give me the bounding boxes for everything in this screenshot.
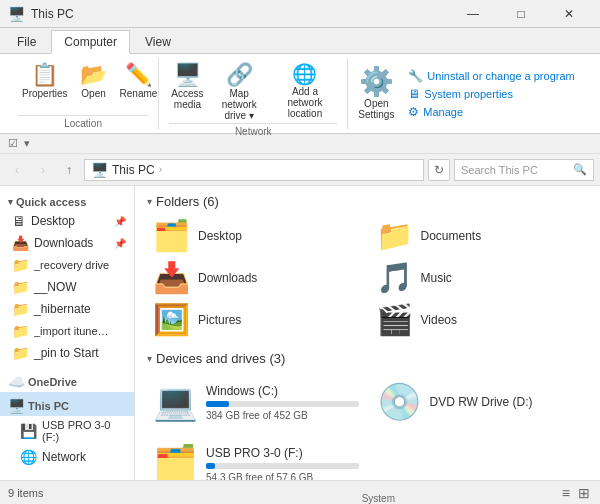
status-bar: 9 items ≡ ⊞	[0, 480, 600, 504]
pin-icon-downloads: 📌	[114, 238, 126, 249]
sidebar-item-usb-pro[interactable]: 💾 USB PRO 3-0 (F:)	[0, 416, 134, 446]
drive-item-windows-c[interactable]: 💻 Windows (C:) 384 GB free of 452 GB	[147, 374, 365, 430]
folder-videos-name: Videos	[421, 313, 457, 327]
folder-item-pictures[interactable]: 🖼️ Pictures	[147, 301, 366, 339]
import-itunes-icon: 📁	[12, 323, 29, 339]
up-button[interactable]: ↑	[58, 159, 80, 181]
qa-checkbox[interactable]: ☑	[8, 137, 18, 150]
drive-item-usb-f[interactable]: 🗂️ USB PRO 3-0 (F:) 54.3 GB free of 57.6…	[147, 436, 365, 480]
sidebar-item-hibernate[interactable]: 📁 _hibernate	[0, 298, 134, 320]
map-network-label: Map networkdrive ▾	[214, 88, 265, 121]
tab-view[interactable]: View	[132, 30, 184, 53]
window-controls: — □ ✕	[450, 0, 592, 28]
ribbon-map-network-button[interactable]: 🔗 Map networkdrive ▾	[210, 62, 269, 123]
ribbon: 📋 Properties 📂 Open ✏️ Rename Location 🖥…	[0, 54, 600, 134]
ribbon-add-network-button[interactable]: 🌐 Add a networklocation	[273, 62, 338, 121]
folder-pictures-icon: 🖼️	[153, 305, 190, 335]
devices-section-header[interactable]: ▾ Devices and drives (3)	[147, 351, 588, 366]
folder-item-videos[interactable]: 🎬 Videos	[370, 301, 589, 339]
manage-label: Manage	[423, 106, 463, 118]
drive-f-info: USB PRO 3-0 (F:) 54.3 GB free of 57.6 GB	[206, 446, 359, 481]
folder-desktop-name: Desktop	[198, 229, 242, 243]
sidebar-item-desktop[interactable]: 🖥 Desktop 📌	[0, 210, 134, 232]
close-button[interactable]: ✕	[546, 0, 592, 28]
ribbon-location-items: 📋 Properties 📂 Open ✏️ Rename	[18, 58, 161, 115]
folders-arrow: ▾	[147, 196, 152, 207]
sidebar-item-pin-start[interactable]: 📁 _pin to Start	[0, 342, 134, 364]
drive-f-name: USB PRO 3-0 (F:)	[206, 446, 359, 460]
folder-desktop-icon: 🗂️	[153, 221, 190, 251]
system-group-label: System	[358, 493, 398, 504]
folders-section-header[interactable]: ▾ Folders (6)	[147, 194, 588, 209]
usb-pro-icon: 💾	[20, 423, 37, 439]
pin-start-label: _pin to Start	[34, 346, 99, 360]
folder-documents-icon: 📁	[376, 221, 413, 251]
access-media-icon: 🖥️	[174, 64, 201, 86]
uninstall-icon: 🔧	[408, 69, 423, 83]
drive-c-info: Windows (C:) 384 GB free of 452 GB	[206, 384, 359, 421]
tab-file[interactable]: File	[4, 30, 49, 53]
folder-item-documents[interactable]: 📁 Documents	[370, 217, 589, 255]
back-button[interactable]: ‹	[6, 159, 28, 181]
list-view-button[interactable]: ≡	[560, 483, 572, 503]
address-text: This PC	[112, 163, 155, 177]
main-area: ▾ Quick access 🖥 Desktop 📌 📥 Downloads 📌…	[0, 186, 600, 480]
tab-computer[interactable]: Computer	[51, 30, 130, 54]
folder-item-music[interactable]: 🎵 Music	[370, 259, 589, 297]
address-arrow: ›	[159, 164, 162, 175]
add-network-icon: 🌐	[292, 64, 317, 84]
sidebar-item-recovery[interactable]: 📁 _recovery drive	[0, 254, 134, 276]
folders-title: Folders (6)	[156, 194, 219, 209]
recovery-icon: 📁	[12, 257, 29, 273]
sidebar-item-now[interactable]: 📁 __NOW	[0, 276, 134, 298]
ribbon-system-links: 🔧 Uninstall or change a program 🖥 System…	[394, 58, 588, 129]
window-icon: 🖥️	[8, 6, 25, 22]
this-pc-icon: 🖥️	[8, 398, 25, 414]
search-bar[interactable]: Search This PC 🔍	[454, 159, 594, 181]
folder-item-desktop[interactable]: 🗂️ Desktop	[147, 217, 366, 255]
forward-button[interactable]: ›	[32, 159, 54, 181]
sidebar-section-quick-access[interactable]: ▾ Quick access	[0, 190, 134, 210]
sidebar-section-this-pc[interactable]: 🖥️ This PC	[0, 392, 134, 416]
drive-f-bar-bg	[206, 463, 359, 469]
minimize-button[interactable]: —	[450, 0, 496, 28]
add-network-label: Add a networklocation	[277, 86, 334, 119]
hibernate-icon: 📁	[12, 301, 29, 317]
sidebar-item-network[interactable]: 🌐 Network	[0, 446, 134, 468]
location-group-label: Location	[18, 115, 148, 129]
quick-access-label: Quick access	[16, 196, 86, 208]
address-bar[interactable]: 🖥️ This PC ›	[84, 159, 424, 181]
system-props-button[interactable]: 🖥 System properties	[404, 86, 578, 102]
open-label: Open	[81, 88, 105, 99]
grid-view-button[interactable]: ⊞	[576, 483, 592, 503]
access-media-label: Accessmedia	[171, 88, 203, 110]
sidebar-item-downloads[interactable]: 📥 Downloads 📌	[0, 232, 134, 254]
ribbon-open-settings-button[interactable]: ⚙️ OpenSettings	[358, 58, 394, 129]
settings-label: OpenSettings	[358, 98, 394, 120]
usb-pro-label: USB PRO 3-0 (F:)	[42, 419, 126, 443]
ribbon-open-button[interactable]: 📂 Open	[76, 62, 112, 101]
folder-item-downloads[interactable]: 📥 Downloads	[147, 259, 366, 297]
nav-bar: ‹ › ↑ 🖥️ This PC › ↻ Search This PC 🔍	[0, 154, 600, 186]
sidebar-item-import-itunes[interactable]: 📁 _import itunes groo	[0, 320, 134, 342]
title-bar: 🖥️ This PC — □ ✕	[0, 0, 600, 28]
recovery-label: _recovery drive	[34, 259, 109, 271]
ribbon-rename-button[interactable]: ✏️ Rename	[116, 62, 162, 101]
qa-dropdown-arrow[interactable]: ▾	[24, 137, 30, 150]
manage-button[interactable]: ⚙ Manage	[404, 104, 578, 120]
quick-access-toolbar: ☑ ▾	[0, 134, 600, 154]
now-icon: 📁	[12, 279, 29, 295]
sys-props-label: System properties	[424, 88, 513, 100]
drive-d-name: DVD RW Drive (D:)	[430, 395, 583, 409]
ribbon-properties-button[interactable]: 📋 Properties	[18, 62, 72, 101]
drive-item-dvd-d[interactable]: 💿 DVD RW Drive (D:)	[371, 374, 589, 430]
network-label: Network	[42, 450, 86, 464]
folder-grid: 🗂️ Desktop 📁 Documents 📥 Downloads 🎵 Mus…	[147, 217, 588, 339]
item-count: 9 items	[8, 487, 43, 499]
maximize-button[interactable]: □	[498, 0, 544, 28]
ribbon-access-media-button[interactable]: 🖥️ Accessmedia	[169, 62, 206, 112]
refresh-button[interactable]: ↻	[428, 159, 450, 181]
uninstall-button[interactable]: 🔧 Uninstall or change a program	[404, 68, 578, 84]
sidebar-section-onedrive[interactable]: ☁️ OneDrive	[0, 368, 134, 392]
window-title: This PC	[31, 7, 450, 21]
